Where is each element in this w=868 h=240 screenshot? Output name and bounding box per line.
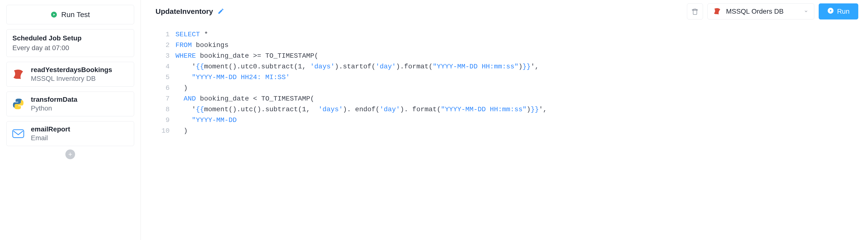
run-test-button[interactable]: Run Test bbox=[6, 5, 134, 24]
scheduled-job-schedule: Every day at 07:00 bbox=[12, 44, 128, 52]
step-name: transformData bbox=[31, 96, 77, 103]
plus-icon: + bbox=[68, 151, 72, 158]
step-name: emailReport bbox=[31, 125, 70, 133]
step-subtitle: Email bbox=[31, 134, 70, 142]
chevron-down-icon bbox=[803, 8, 809, 15]
main-panel: UpdateInventory MSSQL Orders DB bbox=[141, 0, 868, 240]
delete-button[interactable] bbox=[687, 3, 703, 20]
step-name: readYesterdaysBookings bbox=[31, 66, 112, 74]
step-emailreport[interactable]: emailReport Email bbox=[6, 121, 134, 146]
step-subtitle: Python bbox=[31, 104, 77, 112]
run-test-label: Run Test bbox=[61, 10, 90, 19]
line-gutter: 12345678910 bbox=[156, 29, 176, 136]
play-icon bbox=[828, 7, 834, 16]
edit-icon[interactable] bbox=[217, 8, 224, 15]
svg-rect-2 bbox=[13, 130, 24, 138]
step-subtitle: MSSQL Inventory DB bbox=[31, 75, 112, 82]
python-icon bbox=[11, 97, 25, 111]
step-readyesterdaysbookings[interactable]: readYesterdaysBookings MSSQL Inventory D… bbox=[6, 62, 134, 87]
scheduled-job-card[interactable]: Scheduled Job Setup Every day at 07:00 bbox=[6, 29, 134, 57]
trash-icon bbox=[691, 8, 699, 15]
code-body[interactable]: SELECT *FROM bookingsWHERE booking_date … bbox=[176, 29, 858, 136]
datasource-label: MSSQL Orders DB bbox=[726, 7, 799, 15]
add-step-button[interactable]: + bbox=[65, 150, 75, 159]
email-icon bbox=[11, 127, 25, 140]
step-transformdata[interactable]: transformData Python bbox=[6, 91, 134, 116]
page-title: UpdateInventory bbox=[156, 7, 213, 16]
sidebar: Run Test Scheduled Job Setup Every day a… bbox=[0, 0, 141, 240]
datasource-select[interactable]: MSSQL Orders DB bbox=[707, 3, 814, 20]
play-icon bbox=[51, 11, 57, 18]
mssql-icon bbox=[11, 68, 25, 81]
topbar: UpdateInventory MSSQL Orders DB bbox=[156, 3, 858, 20]
scheduled-job-title: Scheduled Job Setup bbox=[12, 34, 128, 42]
run-label: Run bbox=[837, 7, 849, 15]
code-editor[interactable]: 12345678910 SELECT *FROM bookingsWHERE b… bbox=[156, 29, 858, 136]
mssql-icon bbox=[713, 7, 721, 16]
run-button[interactable]: Run bbox=[819, 3, 858, 20]
